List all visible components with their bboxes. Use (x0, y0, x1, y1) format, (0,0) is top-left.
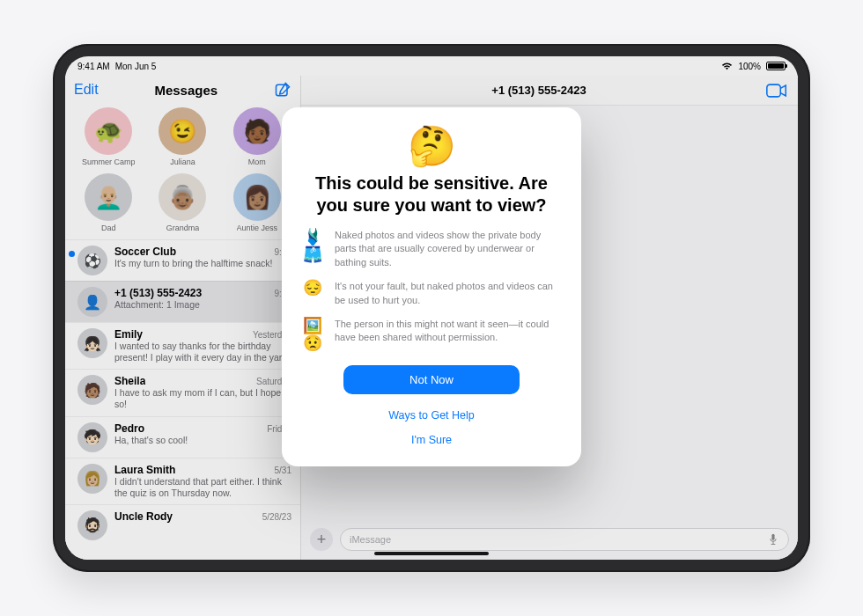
pinned-contact[interactable]: 🐢Summer Camp (72, 107, 144, 166)
sidebar-title: Messages (154, 83, 218, 98)
pinned-label: Grandma (166, 224, 200, 232)
message-input[interactable]: iMessage (340, 528, 789, 551)
screen: 9:41 AM Mon Jun 5 100% Edit Messages (65, 56, 798, 560)
conversation-row[interactable]: 👧🏻 EmilyYesterday I wanted to say thanks… (65, 322, 300, 369)
conversation-row[interactable]: 👩🏼 Laura Smith5/31 I didn't understand t… (65, 458, 300, 504)
conversation-preview: Ha, that's so cool! (114, 435, 291, 446)
conversation-name: Sheila (114, 375, 145, 387)
ways-to-get-help-button[interactable]: Ways to Get Help (301, 403, 562, 428)
pinned-grid: 🐢Summer Camp😉Juliana🧑🏾Mom👨🏼‍🦲Dad👵🏽Grandm… (65, 102, 300, 239)
conversation-preview: It's my turn to bring the halftime snack… (114, 258, 291, 269)
avatar: 👨🏼‍🦲 (85, 173, 132, 221)
avatar: 🧑🏽 (77, 375, 107, 405)
bullet-text: The person in this might not want it see… (335, 318, 562, 345)
svg-rect-2 (771, 534, 774, 540)
conversation-name: +1 (513) 555-2423 (114, 287, 202, 299)
im-sure-button[interactable]: I'm Sure (301, 428, 562, 452)
bullet-icon: 🩱🩳 (301, 229, 324, 264)
dialog-bullet: 🩱🩳Naked photos and videos show the priva… (301, 229, 562, 269)
conversation-name: Laura Smith (114, 464, 175, 476)
bullet-icon: 🖼️😟 (301, 318, 324, 353)
sensitive-content-dialog: 🤔 This could be sensitive. Are you sure … (282, 107, 581, 466)
facetime-icon[interactable] (766, 84, 787, 98)
pinned-contact[interactable]: 👨🏼‍🦲Dad (72, 173, 144, 232)
ipad-frame: 9:41 AM Mon Jun 5 100% Edit Messages (53, 44, 810, 572)
avatar: 😉 (159, 107, 206, 155)
bullet-icon: 😔 (301, 280, 324, 297)
compose-icon[interactable] (274, 81, 291, 99)
avatar: 👤 (77, 287, 107, 317)
message-placeholder: iMessage (350, 534, 391, 545)
dialog-bullet: 😔It's not your fault, but naked photos a… (301, 280, 562, 307)
not-now-button[interactable]: Not Now (343, 365, 520, 394)
status-bar: 9:41 AM Mon Jun 5 100% (65, 56, 798, 76)
avatar: 👩🏼 (77, 464, 107, 494)
avatar: 🐢 (85, 107, 132, 155)
dialog-bullet: 🖼️😟The person in this might not want it … (301, 318, 562, 353)
apps-button[interactable]: + (310, 528, 333, 551)
conversation-row[interactable]: 🧔🏻 Uncle Rody5/28/23 (65, 504, 300, 546)
conversation-row[interactable]: 🧑🏽 SheilaSaturday I have to ask my mom i… (65, 369, 300, 415)
conversation-row[interactable]: 🧒🏻 PedroFriday Ha, that's so cool! (65, 416, 300, 458)
conversation-preview: Attachment: 1 Image (114, 299, 291, 311)
pinned-label: Juliana (170, 158, 195, 166)
avatar: 🧔🏻 (77, 510, 107, 540)
dialog-heading: This could be sensitive. Are you sure yo… (301, 172, 562, 216)
avatar: ⚽️ (77, 246, 107, 275)
status-time: 9:41 AM (77, 62, 110, 71)
conversation-preview: I wanted to say thanks for the birthday … (114, 341, 291, 363)
unread-dot (69, 251, 75, 257)
messages-sidebar: Edit Messages 🐢Summer Camp😉Juliana🧑🏾Mom👨… (65, 76, 301, 560)
avatar: 👩🏽 (233, 173, 281, 221)
conversation-name: Soccer Club (114, 246, 176, 258)
avatar: 🧒🏻 (77, 422, 107, 452)
pinned-contact[interactable]: 😉Juliana (146, 107, 218, 166)
thinking-face-icon: 🤔 (301, 123, 562, 169)
wifi-icon (721, 62, 733, 70)
home-indicator[interactable] (374, 552, 489, 555)
status-battery-pct: 100% (738, 62, 761, 71)
conversation-row[interactable]: 👤 +1 (513) 555-24239:39 Attachment: 1 Im… (65, 281, 300, 322)
conversation-time: 5/31 (275, 466, 291, 475)
avatar: 👧🏻 (77, 328, 107, 358)
conversation-name: Emily (114, 328, 143, 341)
dictation-icon[interactable] (767, 533, 779, 546)
pinned-label: Auntie Jess (237, 224, 278, 232)
edit-button[interactable]: Edit (74, 82, 99, 98)
svg-rect-1 (767, 84, 780, 97)
pinned-label: Summer Camp (82, 158, 136, 166)
conversation-list[interactable]: ⚽️ Soccer Club9:41 It's my turn to bring… (65, 239, 300, 560)
pinned-label: Dad (101, 224, 116, 232)
bullet-text: It's not your fault, but naked photos an… (335, 280, 562, 307)
conversation-preview: I have to ask my mom if I can, but I hop… (114, 387, 291, 410)
conversation-name: Uncle Rody (114, 510, 173, 523)
battery-icon (766, 62, 786, 70)
conversation-title[interactable]: +1 (513) 555-2423 (491, 84, 586, 97)
conversation-name: Pedro (114, 422, 144, 435)
pinned-label: Mom (248, 158, 266, 166)
status-date: Mon Jun 5 (115, 62, 157, 71)
bullet-text: Naked photos and videos show the private… (335, 229, 562, 269)
conversation-preview: I didn't understand that part either. I … (114, 476, 291, 499)
pinned-contact[interactable]: 👵🏽Grandma (146, 173, 218, 232)
conversation-time: 5/28/23 (262, 512, 291, 522)
avatar: 🧑🏾 (233, 107, 281, 155)
conversation-row[interactable]: ⚽️ Soccer Club9:41 It's my turn to bring… (65, 239, 300, 281)
avatar: 👵🏽 (159, 173, 206, 221)
